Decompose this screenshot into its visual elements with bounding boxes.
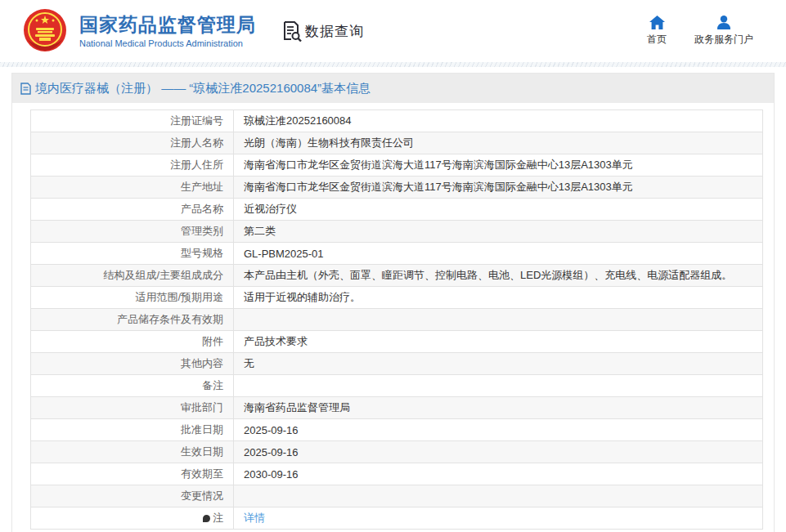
table-row: 备注 — [31, 375, 763, 397]
row-value: 详情 — [234, 507, 763, 530]
row-value: 本产品由主机（外壳、面罩、瞳距调节、控制电路、电池、LED光源模组）、充电线、电… — [234, 265, 763, 287]
nav-home-label: 首页 — [647, 33, 667, 47]
table-wrap: 注册证编号琼械注准20252160084注册人名称光朗（海南）生物科技有限责任公… — [12, 103, 774, 532]
table-row: 产品储存条件及有效期 — [31, 309, 763, 331]
row-value: GL-PBM2025-01 — [234, 243, 763, 265]
row-label: 生产地址 — [31, 177, 234, 199]
table-row: 变更情况 — [31, 485, 763, 507]
table-row: 审批部门海南省药品监督管理局 — [31, 397, 763, 419]
nav-gov-portal-label: 政务服务门户 — [694, 33, 753, 47]
note-pin-icon — [203, 515, 210, 522]
table-row: 生效日期2025-09-16 — [31, 441, 763, 463]
detail-link[interactable]: 详情 — [244, 512, 265, 524]
row-label: 批准日期 — [31, 419, 234, 441]
page-title-bar: 境内医疗器械（注册） —— “琼械注准20252160084”基本信息 — [12, 74, 774, 103]
top-nav: 首页 政务服务门户 — [647, 16, 753, 47]
row-value: 近视治疗仪 — [234, 199, 763, 221]
row-label: 变更情况 — [31, 485, 234, 507]
document-icon — [20, 83, 31, 95]
row-value: 2025-09-16 — [234, 419, 763, 441]
row-value: 光朗（海南）生物科技有限责任公司 — [234, 132, 763, 154]
row-label: 注册人名称 — [31, 132, 234, 154]
table-row: 产品名称近视治疗仪 — [31, 199, 763, 221]
table-row: 型号规格GL-PBM2025-01 — [31, 243, 763, 265]
table-row: 有效期至2030-09-16 — [31, 463, 763, 485]
registration-info-table: 注册证编号琼械注准20252160084注册人名称光朗（海南）生物科技有限责任公… — [30, 110, 763, 530]
org-name-en: National Medical Products Administration — [79, 38, 256, 48]
brand-text: 国家药品监督管理局 National Medical Products Admi… — [79, 14, 256, 49]
row-label: 结构及组成/主要组成成分 — [31, 265, 234, 287]
page-title: 境内医疗器械（注册） —— “琼械注准20252160084”基本信息 — [35, 81, 371, 96]
row-value: 2030-09-16 — [234, 463, 763, 485]
row-value: 适用于近视的辅助治疗。 — [234, 287, 763, 309]
row-label: 适用范围/预期用途 — [31, 287, 234, 309]
row-value: 海南省药品监督管理局 — [234, 397, 763, 419]
nav-home[interactable]: 首页 — [647, 16, 667, 47]
row-label: 注册人住所 — [31, 154, 234, 177]
row-label: 其他内容 — [31, 353, 234, 375]
row-label: 附件 — [31, 331, 234, 353]
table-row: 批准日期2025-09-16 — [31, 419, 763, 441]
national-emblem-logo — [22, 8, 68, 54]
table-row: 管理类别第二类 — [31, 221, 763, 243]
row-label: 生效日期 — [31, 441, 234, 463]
hatch-divider — [0, 62, 786, 67]
data-query-section[interactable]: 数据查询 — [282, 20, 364, 42]
table-row: 注册人住所海南省海口市龙华区金贸街道滨海大道117号海南滨海国际金融中心13层A… — [31, 154, 763, 177]
home-icon — [649, 16, 665, 29]
nav-gov-portal[interactable]: 政务服务门户 — [694, 16, 753, 47]
row-value: 第二类 — [234, 221, 763, 243]
row-value: 无 — [234, 353, 763, 375]
row-value — [234, 485, 763, 507]
row-label: 产品名称 — [31, 199, 234, 221]
row-value: 海南省海口市龙华区金贸街道滨海大道117号海南滨海国际金融中心13层A1303单… — [234, 177, 763, 199]
user-icon — [716, 16, 731, 29]
row-value: 2025-09-16 — [234, 441, 763, 463]
table-row: 注册证编号琼械注准20252160084 — [31, 110, 763, 132]
row-label: 型号规格 — [31, 243, 234, 265]
data-query-label: 数据查询 — [305, 22, 364, 41]
row-label: 管理类别 — [31, 221, 234, 243]
row-label: 有效期至 — [31, 463, 234, 485]
row-value: 海南省海口市龙华区金贸街道滨海大道117号海南滨海国际金融中心13层A1303单… — [234, 154, 763, 177]
row-value — [234, 309, 763, 331]
row-label: 注 — [31, 507, 234, 530]
table-row: 注详情 — [31, 507, 763, 530]
org-name-zh: 国家药品监督管理局 — [79, 14, 256, 37]
table-row: 附件产品技术要求 — [31, 331, 763, 353]
table-row: 适用范围/预期用途适用于近视的辅助治疗。 — [31, 287, 763, 309]
row-label: 审批部门 — [31, 397, 234, 419]
row-value — [234, 375, 763, 397]
table-row: 注册人名称光朗（海南）生物科技有限责任公司 — [31, 132, 763, 154]
row-value: 琼械注准20252160084 — [234, 110, 763, 132]
row-label: 备注 — [31, 375, 234, 397]
row-label: 产品储存条件及有效期 — [31, 309, 234, 331]
table-row: 结构及组成/主要组成成分本产品由主机（外壳、面罩、瞳距调节、控制电路、电池、LE… — [31, 265, 763, 287]
row-label: 注册证编号 — [31, 110, 234, 132]
brand: 国家药品监督管理局 National Medical Products Admi… — [22, 8, 256, 54]
document-search-icon — [282, 20, 302, 42]
site-header: 国家药品监督管理局 National Medical Products Admi… — [0, 0, 786, 62]
content-box: 境内医疗器械（注册） —— “琼械注准20252160084”基本信息 注册证编… — [11, 73, 775, 532]
table-row: 其他内容无 — [31, 353, 763, 375]
row-value: 产品技术要求 — [234, 331, 763, 353]
table-row: 生产地址海南省海口市龙华区金贸街道滨海大道117号海南滨海国际金融中心13层A1… — [31, 177, 763, 199]
